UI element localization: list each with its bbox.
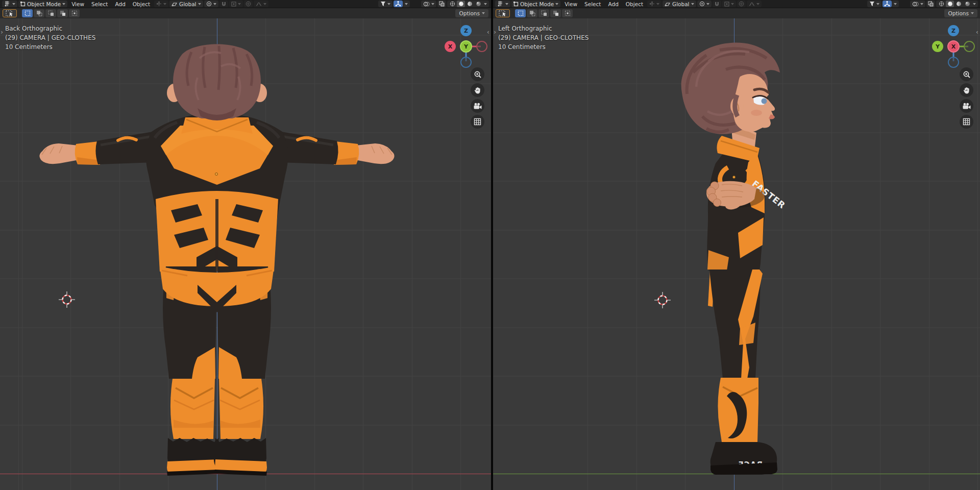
- tool-settings-bar: Options: [493, 8, 980, 18]
- pan-hand-icon: [474, 86, 481, 94]
- gizmo-axis-y-positive[interactable]: Y: [932, 41, 943, 52]
- overlays-dropdown[interactable]: [910, 1, 925, 7]
- viewport-left: Object Mode View Select Add Object Globa…: [493, 0, 980, 490]
- gizmo-axis-z-negative[interactable]: [461, 57, 471, 67]
- pan-hand-button[interactable]: [471, 83, 484, 97]
- viewport-canvas-back[interactable]: Z X Y: [0, 18, 491, 490]
- pivot-dropdown[interactable]: [204, 1, 218, 7]
- toolbar-expand-toggle[interactable]: ›: [494, 29, 496, 35]
- shading-wireframe-button[interactable]: [448, 1, 456, 7]
- options-label: Options: [948, 10, 969, 16]
- snap-toggle[interactable]: [713, 1, 721, 7]
- chevron-down-icon: [263, 3, 266, 5]
- overlays-dropdown[interactable]: [421, 1, 436, 7]
- editor-type-button[interactable]: [2, 1, 17, 7]
- shading-solid-button[interactable]: [457, 1, 465, 7]
- select-mode-subtract-button[interactable]: [538, 9, 549, 17]
- active-gizmo-dropdown[interactable]: [647, 1, 662, 7]
- select-mode-invert-icon: [553, 10, 559, 16]
- select-mode-invert-button[interactable]: [57, 9, 68, 17]
- pivot-dropdown[interactable]: [697, 1, 712, 7]
- zoom-button[interactable]: [471, 67, 484, 81]
- menu-view[interactable]: View: [561, 1, 580, 8]
- select-mode-extend-button[interactable]: [34, 9, 44, 17]
- select-mode-new-button[interactable]: [515, 9, 526, 17]
- gizmo-axis-x-front[interactable]: X: [948, 41, 959, 52]
- gizmos-dropdown[interactable]: [892, 1, 899, 7]
- camera-view-button[interactable]: [471, 99, 484, 113]
- gizmo-axis-y-negative[interactable]: [964, 41, 974, 52]
- gizmo-axis-z-negative[interactable]: [948, 57, 959, 67]
- zoom-button[interactable]: [960, 67, 973, 81]
- object-mode-icon: [20, 2, 26, 7]
- xray-toggle[interactable]: [926, 1, 935, 7]
- grid-toggle-button[interactable]: [960, 115, 973, 129]
- shading-solid-button[interactable]: [946, 1, 954, 7]
- shading-rendered-button[interactable]: [963, 1, 971, 7]
- options-button[interactable]: Options: [944, 9, 977, 17]
- mode-dropdown[interactable]: Object Mode: [511, 1, 560, 7]
- proportional-falloff-dropdown[interactable]: [747, 1, 762, 7]
- select-mode-extend-button[interactable]: [527, 9, 537, 17]
- proportional-falloff-dropdown[interactable]: [254, 1, 268, 7]
- sidebar-expand-toggle[interactable]: ‹: [976, 29, 978, 35]
- select-mode-new-button[interactable]: [22, 9, 33, 17]
- shading-material-button[interactable]: [465, 1, 474, 7]
- menu-add[interactable]: Add: [112, 1, 128, 8]
- filter-dropdown[interactable]: [867, 1, 881, 7]
- gizmos-toggle[interactable]: [394, 1, 403, 7]
- menu-view[interactable]: View: [68, 1, 87, 8]
- gizmo-axis-x-negative[interactable]: [477, 41, 487, 52]
- pan-hand-button[interactable]: [960, 83, 973, 97]
- shading-material-button[interactable]: [954, 1, 963, 7]
- shading-rendered-icon: [476, 1, 481, 7]
- menu-object[interactable]: Object: [130, 1, 153, 8]
- select-mode-subtract-button[interactable]: [45, 9, 56, 17]
- snap-target-dropdown[interactable]: [722, 1, 736, 7]
- active-gizmo-dropdown[interactable]: [154, 1, 168, 7]
- viewport-canvas-left[interactable]: FASTER: [493, 18, 980, 490]
- proportional-falloff-icon: [256, 2, 262, 7]
- select-mode-intersect-button[interactable]: [562, 9, 573, 17]
- grid-toggle-button[interactable]: [471, 115, 484, 129]
- editor-type-button[interactable]: [495, 1, 510, 7]
- gizmos-dropdown[interactable]: [403, 1, 410, 7]
- svg-text:Z: Z: [951, 28, 955, 34]
- menu-add[interactable]: Add: [605, 1, 621, 8]
- select-mode-intersect-button[interactable]: [69, 9, 80, 17]
- svg-text:Z: Z: [464, 28, 468, 34]
- chevron-down-icon: [706, 3, 709, 5]
- menu-select[interactable]: Select: [88, 1, 111, 8]
- orientation-dropdown[interactable]: Global: [663, 1, 696, 7]
- active-tool-select-box-button[interactable]: [496, 9, 510, 17]
- camera-view-icon: [962, 103, 971, 110]
- menu-select[interactable]: Select: [581, 1, 604, 8]
- gizmos-toggle[interactable]: [883, 1, 892, 7]
- gizmo-axis-x-positive[interactable]: X: [445, 41, 456, 52]
- gizmo-axis-y-front[interactable]: Y: [460, 41, 472, 52]
- gizmo-axis-z-positive[interactable]: Z: [948, 25, 959, 36]
- snap-target-dropdown[interactable]: [229, 1, 243, 7]
- camera-view-button[interactable]: [960, 99, 973, 113]
- proportional-edit-toggle[interactable]: [244, 1, 253, 7]
- gizmo-axis-z-positive[interactable]: Z: [460, 25, 472, 36]
- filter-dropdown[interactable]: [378, 1, 393, 7]
- axis-orientation-gizmo[interactable]: Z X Y: [443, 23, 489, 69]
- xray-toggle[interactable]: [437, 1, 446, 7]
- sidebar-expand-toggle[interactable]: ‹: [487, 29, 489, 35]
- menu-object[interactable]: Object: [623, 1, 646, 8]
- active-tool-select-box-button[interactable]: [3, 9, 17, 17]
- toolbar-expand-toggle[interactable]: ›: [1, 29, 3, 35]
- shading-wireframe-button[interactable]: [937, 1, 945, 7]
- shading-rendered-button[interactable]: [474, 1, 482, 7]
- proportional-edit-toggle[interactable]: [737, 1, 746, 7]
- snap-toggle[interactable]: [219, 1, 228, 7]
- mode-dropdown[interactable]: Object Mode: [18, 1, 67, 7]
- select-mode-invert-button[interactable]: [550, 9, 561, 17]
- chevron-down-icon: [876, 3, 879, 5]
- snap-magnet-icon: [221, 1, 227, 7]
- orientation-dropdown[interactable]: Global: [169, 1, 203, 7]
- zoom-icon: [474, 70, 482, 79]
- options-button[interactable]: Options: [455, 9, 488, 17]
- axis-orientation-gizmo[interactable]: Z Y X: [930, 23, 976, 69]
